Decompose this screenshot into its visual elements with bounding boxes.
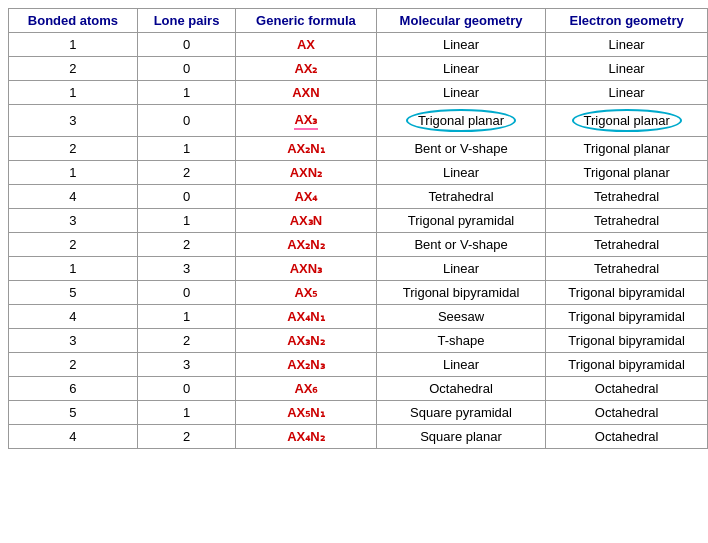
table-row: 60AX₆OctahedralOctahedral bbox=[9, 377, 708, 401]
bonded-atoms-cell: 4 bbox=[9, 185, 138, 209]
lone-pairs-cell: 0 bbox=[137, 105, 235, 137]
bonded-atoms-cell: 5 bbox=[9, 281, 138, 305]
electron-geometry-cell: Tetrahedral bbox=[546, 233, 708, 257]
lone-pairs-cell: 2 bbox=[137, 425, 235, 449]
molecular-geometry-cell: Square pyramidal bbox=[376, 401, 545, 425]
electron-geometry-cell: Octahedral bbox=[546, 425, 708, 449]
electron-geometry-cell: Octahedral bbox=[546, 401, 708, 425]
table-row: 51AX₅N₁Square pyramidalOctahedral bbox=[9, 401, 708, 425]
electron-geometry-cell: Linear bbox=[546, 33, 708, 57]
generic-formula-cell: AX₄N₁ bbox=[236, 305, 377, 329]
generic-formula-cell: AX₃N₂ bbox=[236, 329, 377, 353]
molecular-geometry-cell: Linear bbox=[376, 33, 545, 57]
generic-formula-cell: AX₂ bbox=[236, 57, 377, 81]
table-row: 40AX₄TetrahedralTetrahedral bbox=[9, 185, 708, 209]
bonded-atoms-cell: 3 bbox=[9, 329, 138, 353]
bonded-atoms-cell: 1 bbox=[9, 33, 138, 57]
molecular-geometry-cell: Bent or V-shape bbox=[376, 233, 545, 257]
molecular-geometry-cell: Octahedral bbox=[376, 377, 545, 401]
bonded-atoms-cell: 2 bbox=[9, 233, 138, 257]
table-row: 41AX₄N₁SeesawTrigonal bipyramidal bbox=[9, 305, 708, 329]
generic-formula-cell: AX₅N₁ bbox=[236, 401, 377, 425]
electron-geometry-cell: Trigonal planar bbox=[546, 105, 708, 137]
electron-geometry-cell: Tetrahedral bbox=[546, 257, 708, 281]
generic-formula-cell: AX₆ bbox=[236, 377, 377, 401]
lone-pairs-cell: 2 bbox=[137, 233, 235, 257]
lone-pairs-cell: 1 bbox=[137, 305, 235, 329]
lone-pairs-cell: 1 bbox=[137, 81, 235, 105]
lone-pairs-cell: 1 bbox=[137, 401, 235, 425]
generic-formula-cell: AX₄N₂ bbox=[236, 425, 377, 449]
bonded-atoms-cell: 2 bbox=[9, 137, 138, 161]
bonded-atoms-cell: 5 bbox=[9, 401, 138, 425]
molecular-geometry-cell: Linear bbox=[376, 81, 545, 105]
molecular-geometry-cell: Linear bbox=[376, 161, 545, 185]
generic-formula-cell: AX₂N₂ bbox=[236, 233, 377, 257]
generic-formula-cell: AX₃N bbox=[236, 209, 377, 233]
molecular-geometry-cell: Trigonal planar bbox=[376, 105, 545, 137]
bonded-atoms-cell: 1 bbox=[9, 161, 138, 185]
table-row: 13AXN₃LinearTetrahedral bbox=[9, 257, 708, 281]
molecular-geometry-cell: Square planar bbox=[376, 425, 545, 449]
table-row: 12AXN₂LinearTrigonal planar bbox=[9, 161, 708, 185]
electron-geometry-cell: Trigonal bipyramidal bbox=[546, 305, 708, 329]
bonded-atoms-cell: 6 bbox=[9, 377, 138, 401]
bonded-atoms-cell: 2 bbox=[9, 353, 138, 377]
electron-geometry-cell: Trigonal bipyramidal bbox=[546, 281, 708, 305]
table-row: 50AX₅Trigonal bipyramidalTrigonal bipyra… bbox=[9, 281, 708, 305]
generic-formula-cell: AXN₂ bbox=[236, 161, 377, 185]
generic-formula-cell: AX₂N₃ bbox=[236, 353, 377, 377]
electron-geometry-cell: Trigonal bipyramidal bbox=[546, 329, 708, 353]
bonded-atoms-cell: 3 bbox=[9, 209, 138, 233]
table-row: 10AXLinearLinear bbox=[9, 33, 708, 57]
generic-formula-cell: AX₃ bbox=[236, 105, 377, 137]
header-generic-formula: Generic formula bbox=[236, 9, 377, 33]
table-row: 30AX₃Trigonal planarTrigonal planar bbox=[9, 105, 708, 137]
table-row: 42AX₄N₂Square planarOctahedral bbox=[9, 425, 708, 449]
bonded-atoms-cell: 3 bbox=[9, 105, 138, 137]
generic-formula-cell: AX₄ bbox=[236, 185, 377, 209]
electron-geometry-cell: Tetrahedral bbox=[546, 185, 708, 209]
lone-pairs-cell: 2 bbox=[137, 161, 235, 185]
table-row: 21AX₂N₁Bent or V-shapeTrigonal planar bbox=[9, 137, 708, 161]
lone-pairs-cell: 0 bbox=[137, 185, 235, 209]
molecular-geometry-cell: Linear bbox=[376, 57, 545, 81]
molecular-geometry-cell: Bent or V-shape bbox=[376, 137, 545, 161]
electron-geometry-cell: Linear bbox=[546, 57, 708, 81]
molecular-geometry-cell: T-shape bbox=[376, 329, 545, 353]
lone-pairs-cell: 0 bbox=[137, 33, 235, 57]
molecular-geometry-cell: Linear bbox=[376, 353, 545, 377]
lone-pairs-cell: 1 bbox=[137, 209, 235, 233]
generic-formula-cell: AX₂N₁ bbox=[236, 137, 377, 161]
generic-formula-cell: AX₅ bbox=[236, 281, 377, 305]
electron-geometry-cell: Linear bbox=[546, 81, 708, 105]
header-bonded-atoms: Bonded atoms bbox=[9, 9, 138, 33]
molecular-geometry-cell: Trigonal bipyramidal bbox=[376, 281, 545, 305]
header-lone-pairs: Lone pairs bbox=[137, 9, 235, 33]
lone-pairs-cell: 3 bbox=[137, 257, 235, 281]
table-row: 32AX₃N₂T-shapeTrigonal bipyramidal bbox=[9, 329, 708, 353]
bonded-atoms-cell: 4 bbox=[9, 305, 138, 329]
electron-geometry-cell: Trigonal planar bbox=[546, 137, 708, 161]
lone-pairs-cell: 0 bbox=[137, 377, 235, 401]
electron-geometry-cell: Trigonal planar bbox=[546, 161, 708, 185]
bonded-atoms-cell: 2 bbox=[9, 57, 138, 81]
lone-pairs-cell: 1 bbox=[137, 137, 235, 161]
bonded-atoms-cell: 1 bbox=[9, 257, 138, 281]
generic-formula-cell: AXN₃ bbox=[236, 257, 377, 281]
molecular-geometry-cell: Tetrahedral bbox=[376, 185, 545, 209]
lone-pairs-cell: 3 bbox=[137, 353, 235, 377]
lone-pairs-cell: 0 bbox=[137, 57, 235, 81]
electron-geometry-cell: Tetrahedral bbox=[546, 209, 708, 233]
bonded-atoms-cell: 1 bbox=[9, 81, 138, 105]
molecular-geometry-cell: Trigonal pyramidal bbox=[376, 209, 545, 233]
electron-geometry-cell: Octahedral bbox=[546, 377, 708, 401]
header-molecular-geometry: Molecular geometry bbox=[376, 9, 545, 33]
vsepr-table: Bonded atoms Lone pairs Generic formula … bbox=[8, 8, 708, 449]
table-row: 11AXNLinearLinear bbox=[9, 81, 708, 105]
bonded-atoms-cell: 4 bbox=[9, 425, 138, 449]
molecular-geometry-cell: Seesaw bbox=[376, 305, 545, 329]
lone-pairs-cell: 2 bbox=[137, 329, 235, 353]
electron-geometry-cell: Trigonal bipyramidal bbox=[546, 353, 708, 377]
generic-formula-cell: AX bbox=[236, 33, 377, 57]
